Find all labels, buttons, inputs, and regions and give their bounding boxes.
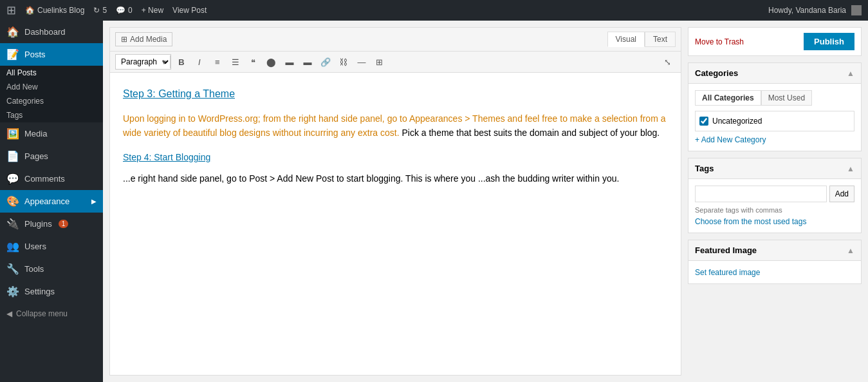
tab-all-categories[interactable]: All Categories: [695, 90, 761, 106]
unlink-button[interactable]: ⛓: [335, 54, 352, 70]
admin-bar: ⊞ 🏠 Cuelinks Blog ↻ 5 💬 0 + New View Pos…: [0, 0, 868, 21]
set-featured-image-link[interactable]: Set featured image: [695, 268, 760, 277]
align-right-button[interactable]: ▬: [299, 54, 316, 70]
tags-input[interactable]: [695, 186, 827, 202]
sidebar-label-appearance: Appearance: [24, 196, 69, 206]
editor-content[interactable]: Step 3: Getting a Theme Upon logging in …: [110, 73, 681, 266]
paragraph-select[interactable]: Paragraph Heading 1 Heading 2 Heading 3: [115, 54, 171, 70]
link-button[interactable]: 🔗: [317, 54, 334, 70]
featured-image-panel-body: Set featured image: [688, 261, 861, 283]
unordered-list-button[interactable]: ≡: [209, 54, 226, 70]
tags-input-row: Add: [695, 186, 854, 202]
step4-link[interactable]: Step 4: Start Blogging: [123, 152, 210, 162]
sidebar-item-posts[interactable]: 📝 Posts: [0, 43, 103, 66]
add-tag-button[interactable]: Add: [829, 186, 854, 202]
category-label-uncategorized: Uncategorized: [712, 117, 762, 126]
add-new-category-link[interactable]: + Add New Category: [695, 135, 854, 144]
pages-icon: 📄: [6, 150, 19, 162]
add-media-button[interactable]: ⊞ Add Media: [115, 32, 172, 46]
move-to-trash-link[interactable]: Move to Trash: [695, 37, 744, 46]
featured-image-panel-header[interactable]: Featured Image ▲: [688, 240, 861, 261]
featured-image-title: Featured Image: [695, 245, 757, 255]
publish-box: Move to Trash Publish: [688, 27, 862, 56]
category-checkbox-uncategorized[interactable]: [699, 117, 708, 126]
new-content-link[interactable]: + New: [142, 6, 163, 15]
publish-button[interactable]: Publish: [804, 33, 854, 50]
heading-step4: Step 4: Start Blogging: [123, 150, 668, 164]
site-name[interactable]: 🏠 Cuelinks Blog: [25, 6, 84, 15]
posts-icon: 📝: [6, 48, 19, 61]
add-media-icon: ⊞: [121, 35, 127, 44]
sidebar-item-plugins[interactable]: 🔌 Plugins 1: [0, 213, 103, 235]
sidebar-item-dashboard[interactable]: 🏠 Dashboard: [0, 21, 103, 43]
chevron-up-categories: ▲: [847, 69, 854, 78]
visual-text-tabs: Visual Text: [607, 32, 676, 47]
dashboard-icon: 🏠: [6, 26, 19, 38]
sidebar-item-comments[interactable]: 💬 Comments: [0, 167, 103, 190]
editor-layout: ⊞ Add Media Visual Text Paragraph Headin…: [103, 21, 868, 382]
sidebar-label-settings: Settings: [24, 287, 55, 296]
appearance-section: 🎨 Appearance ▶ Themes Customize Widgets …: [0, 190, 103, 213]
avatar[interactable]: [851, 5, 862, 15]
sidebar-item-media[interactable]: 🖼️ Media: [0, 122, 103, 145]
format-toolbar: Paragraph Heading 1 Heading 2 Heading 3 …: [110, 52, 681, 73]
sidebar-item-settings[interactable]: ⚙️ Settings: [0, 280, 103, 303]
table-button[interactable]: ⊞: [371, 54, 388, 70]
collapse-menu-button[interactable]: ◀ Collapse menu: [0, 303, 103, 325]
plugins-icon: 🔌: [6, 218, 19, 230]
sidebar-label-tools: Tools: [24, 264, 44, 274]
bold-button[interactable]: B: [173, 54, 190, 70]
categories-panel-header[interactable]: Categories ▲: [688, 63, 861, 84]
plugins-badge: 1: [59, 220, 69, 228]
wp-logo-icon[interactable]: ⊞: [6, 3, 16, 17]
sidebar-item-tools[interactable]: 🔧 Tools: [0, 258, 103, 280]
editor-main: ⊞ Add Media Visual Text Paragraph Headin…: [109, 27, 681, 376]
tags-panel-header[interactable]: Tags ▲: [688, 158, 861, 179]
content-area: ⊞ Add Media Visual Text Paragraph Headin…: [103, 21, 868, 382]
category-tabs: All Categories Most Used: [695, 90, 854, 106]
sidebar: 🏠 Dashboard 📝 Posts All Posts Add New Ca…: [0, 21, 103, 382]
sidebar-label-plugins: Plugins: [24, 219, 52, 229]
blockquote-button[interactable]: ❝: [245, 54, 262, 70]
sidebar-subitem-categories[interactable]: Categories: [0, 94, 103, 108]
tab-text[interactable]: Text: [645, 32, 676, 47]
more-button[interactable]: —: [353, 54, 370, 70]
sidebar-item-users[interactable]: 👥 Users: [0, 235, 103, 258]
sidebar-subitem-all-posts[interactable]: All Posts: [0, 66, 103, 80]
updates-link[interactable]: ↻ 5: [93, 6, 107, 15]
align-center-button[interactable]: ▬: [281, 54, 298, 70]
separator-1: [170, 55, 171, 68]
ordered-list-button[interactable]: ☰: [227, 54, 244, 70]
italic-button[interactable]: I: [191, 54, 208, 70]
align-left-button[interactable]: ⬤: [263, 54, 280, 70]
sidebar-label-media: Media: [24, 129, 47, 138]
collapse-icon: ◀: [6, 309, 12, 318]
sidebar-item-pages[interactable]: 📄 Pages: [0, 145, 103, 167]
media-icon: 🖼️: [6, 128, 19, 140]
paragraph-step4: ...e right hand side panel, go to Post >…: [123, 171, 668, 186]
sidebar-label-posts: Posts: [24, 50, 46, 59]
tags-title: Tags: [695, 164, 714, 173]
sidebar-subitem-tags[interactable]: Tags: [0, 108, 103, 122]
chevron-right-icon: ▶: [91, 198, 97, 205]
categories-panel: Categories ▲ All Categories Most Used Un…: [688, 62, 862, 151]
collapse-label: Collapse menu: [16, 309, 68, 318]
tab-visual[interactable]: Visual: [607, 32, 645, 47]
fullscreen-button[interactable]: ⤡: [659, 54, 676, 70]
comments-icon: 💬: [6, 173, 19, 185]
sidebar-item-appearance[interactable]: 🎨 Appearance ▶: [0, 190, 103, 213]
choose-tags-link[interactable]: Choose from the most used tags: [695, 217, 806, 226]
main-layout: 🏠 Dashboard 📝 Posts All Posts Add New Ca…: [0, 21, 868, 382]
categories-panel-body: All Categories Most Used Uncategorized +…: [688, 84, 861, 151]
view-post-link[interactable]: View Post: [172, 6, 207, 15]
chevron-up-tags: ▲: [847, 164, 854, 173]
right-sidebar: Move to Trash Publish Categories ▲ All C…: [681, 21, 868, 382]
add-media-toolbar: ⊞ Add Media Visual Text: [110, 28, 681, 52]
house-icon: 🏠: [25, 6, 35, 15]
categories-title: Categories: [695, 68, 738, 78]
comments-link[interactable]: 💬 0: [116, 6, 133, 15]
category-item-uncategorized: Uncategorized: [699, 115, 850, 127]
tags-panel: Tags ▲ Add Separate tags with commas Cho…: [688, 158, 862, 233]
sidebar-subitem-add-new[interactable]: Add New: [0, 80, 103, 94]
tab-most-used[interactable]: Most Used: [761, 90, 812, 106]
